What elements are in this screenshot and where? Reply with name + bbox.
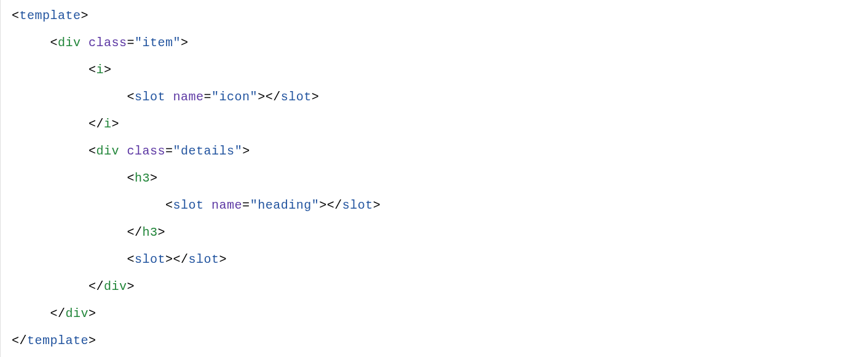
code-line: <slot></slot> <box>12 252 227 267</box>
code-line: <div class="details"> <box>12 144 250 158</box>
code-line: </div> <box>12 279 135 294</box>
code-line: <slot name="icon"></slot> <box>12 90 319 104</box>
code-line: <h3> <box>12 171 158 185</box>
code-line: </div> <box>12 307 97 321</box>
code-line: </template> <box>12 334 97 348</box>
code-block: <template> <div class="item"> <i> <slot … <box>0 0 868 357</box>
code-line: </h3> <box>12 225 165 239</box>
code-line: <slot name="heading"></slot> <box>12 198 381 212</box>
code-line: <template> <box>12 9 89 23</box>
code-line: <div class="item"> <box>12 36 189 50</box>
code-line: </i> <box>12 117 119 131</box>
code-line: <i> <box>12 63 112 77</box>
